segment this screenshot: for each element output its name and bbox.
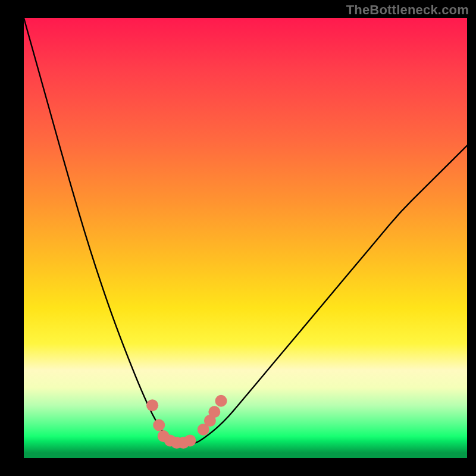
curve-svg bbox=[24, 18, 467, 458]
curve-markers bbox=[146, 395, 227, 449]
curve-marker bbox=[146, 399, 158, 411]
curve-marker bbox=[153, 419, 165, 431]
curve-marker bbox=[208, 406, 220, 418]
watermark-text: TheBottleneck.com bbox=[346, 2, 469, 18]
plot-area bbox=[24, 18, 467, 458]
curve-marker bbox=[184, 434, 196, 446]
chart-stage: TheBottleneck.com bbox=[0, 0, 476, 476]
curve-marker bbox=[215, 395, 227, 407]
bottleneck-curve bbox=[24, 18, 467, 444]
